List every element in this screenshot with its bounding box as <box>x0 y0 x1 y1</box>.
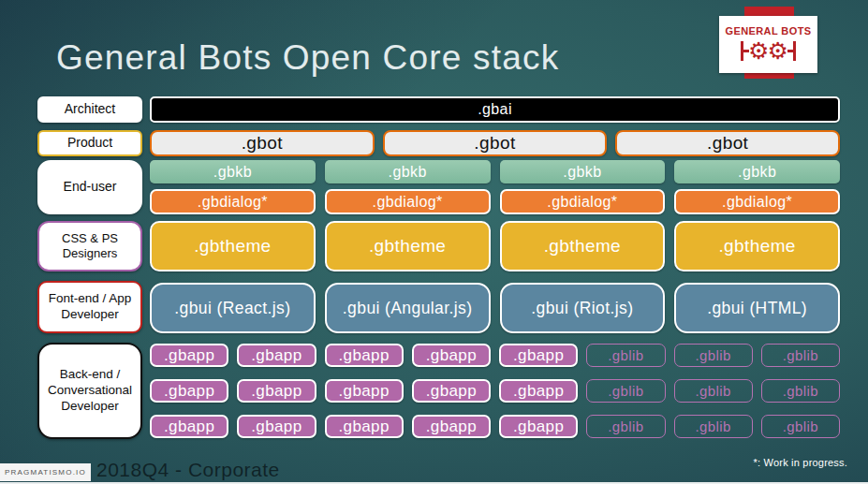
footer-caption: 2018Q4 - Corporate <box>96 459 280 481</box>
gbapp-block: .gbapp <box>237 379 316 403</box>
gblib-block: .gblib <box>586 415 665 438</box>
row-label-product: Product <box>37 130 142 156</box>
row-label-backend-developer: Back-end / Conversational Developer <box>37 343 142 439</box>
gblib-block: .gblib <box>761 344 840 367</box>
gbkb-band: .gbkb.gbkb.gbkb.gbkb <box>150 160 840 183</box>
gblib-block: .gblib <box>761 379 840 403</box>
gear-icon: ⚙ <box>748 39 769 63</box>
gbapp-block: .gbapp <box>237 415 316 438</box>
gear-icon: ⚙ <box>768 39 788 63</box>
gear-frame-right-icon <box>793 41 796 61</box>
gbtheme-band: .gbtheme.gbtheme.gbtheme.gbtheme <box>150 221 840 271</box>
gbdialog-block: .gbdialog* <box>325 189 491 214</box>
gbapp-block: .gbapp <box>325 415 404 438</box>
gblib-block: .gblib <box>674 344 753 367</box>
work-in-progress-note: *: Work in progress. <box>754 457 847 468</box>
gbapp-block: .gbapp <box>150 415 228 438</box>
gbot-block: .gbot <box>383 130 608 156</box>
gbapp-block: .gbapp <box>412 379 491 403</box>
row-label-architect: Architect <box>37 96 142 123</box>
gbkb-block: .gbkb <box>325 160 491 183</box>
gbai-block: .gbai <box>150 96 840 123</box>
gbui-block: .gbui (HTML) <box>674 283 840 333</box>
gbapp-block: .gbapp <box>325 344 404 367</box>
gbapp-block: .gbapp <box>499 344 578 367</box>
gbui-block: .gbui (Riot.js) <box>500 283 666 333</box>
gbapp-block: .gbapp <box>150 344 228 367</box>
gbapp-block: .gbapp <box>150 379 228 403</box>
row-label-end-user: End-user <box>37 160 142 214</box>
gbapp-block: .gbapp <box>412 415 491 438</box>
gbdialog-block: .gbdialog* <box>674 189 840 214</box>
gblib-block: .gblib <box>586 344 665 367</box>
gbkb-block: .gbkb <box>150 160 316 183</box>
gbot-band: .gbot.gbot.gbot <box>150 130 840 156</box>
gbapp-block: .gbapp <box>499 415 578 438</box>
gbtheme-block: .gbtheme <box>674 221 840 271</box>
row-label-designers: CSS & PS Designers <box>37 221 142 271</box>
gbdialog-band: .gbdialog*.gbdialog*.gbdialog*.gbdialog* <box>150 189 840 214</box>
gbapp-block: .gbapp <box>412 344 491 367</box>
backend-band-1: .gbapp.gbapp.gbapp.gbapp.gbapp.gblib.gbl… <box>150 344 840 367</box>
gbot-block: .gbot <box>150 130 375 156</box>
gbtheme-block: .gbtheme <box>150 221 316 271</box>
gblib-block: .gblib <box>674 415 753 438</box>
gbapp-block: .gbapp <box>499 379 578 403</box>
backend-band-3: .gbapp.gbapp.gbapp.gbapp.gbapp.gblib.gbl… <box>150 415 840 438</box>
gbdialog-block: .gbdialog* <box>150 189 316 214</box>
gbui-block: .gbui (React.js) <box>150 283 316 333</box>
gbapp-block: .gbapp <box>237 344 316 367</box>
gblib-block: .gblib <box>674 379 753 403</box>
gblib-block: .gblib <box>761 415 840 438</box>
double-gear-icon: ⚙ ⚙ <box>741 37 796 64</box>
row-label-frontend-developer: Font-end / App Developer <box>37 281 142 333</box>
pragmatismo-logo: PRAGMATISMO.IO <box>0 463 91 481</box>
gbtheme-block: .gbtheme <box>325 221 491 271</box>
backend-band-2: .gbapp.gbapp.gbapp.gbapp.gbapp.gblib.gbl… <box>150 379 840 403</box>
gbtheme-block: .gbtheme <box>500 221 666 271</box>
gbui-band: .gbui (React.js).gbui (Angular.js).gbui … <box>150 283 840 333</box>
gbkb-block: .gbkb <box>674 160 840 183</box>
gblib-block: .gblib <box>586 379 665 403</box>
gbot-block: .gbot <box>615 130 840 156</box>
gbapp-block: .gbapp <box>325 379 404 403</box>
slide-canvas: General Bots Open Core stack GENERAL BOT… <box>0 0 868 484</box>
gbai-band: .gbai <box>150 96 840 123</box>
page-title: General Bots Open Core stack <box>56 38 559 78</box>
gbdialog-block: .gbdialog* <box>500 189 666 214</box>
general-bots-logo: GENERAL BOTS ⚙ ⚙ <box>719 16 817 73</box>
gbui-block: .gbui (Angular.js) <box>325 283 491 333</box>
gbkb-block: .gbkb <box>500 160 666 183</box>
logo-brand-text: GENERAL BOTS <box>726 25 812 37</box>
